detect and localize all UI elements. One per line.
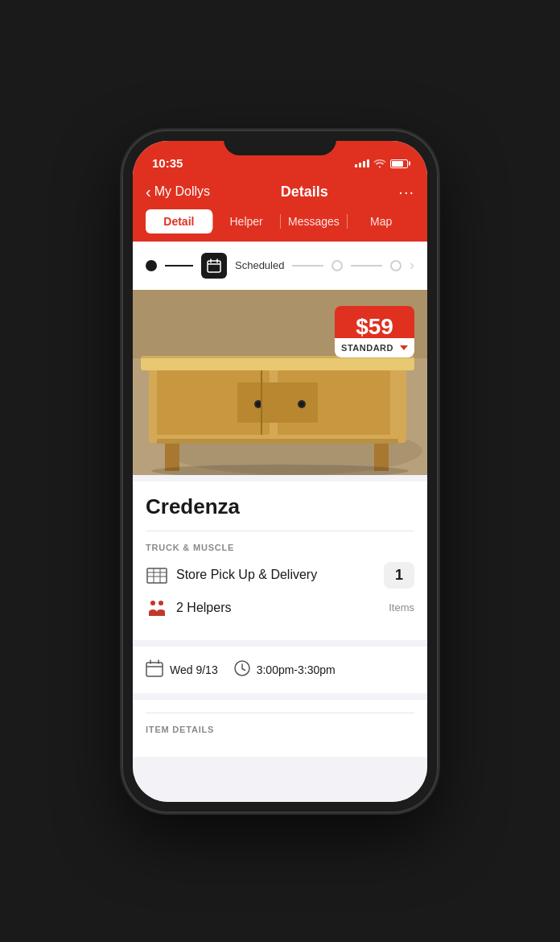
product-info-section: Credenza TRUCK & MUSCLE Store Pick Up & <box>133 481 427 640</box>
progress-step-4 <box>390 260 401 271</box>
progress-line-1 <box>165 265 193 266</box>
svg-point-11 <box>299 402 304 407</box>
datetime-section: Wed 9/13 3:00pm-3:30pm <box>133 647 427 693</box>
clock-icon <box>234 660 250 680</box>
divider-1 <box>146 531 414 531</box>
header: ‹ My Dollys Details ··· Detail Helper Me… <box>133 176 427 242</box>
main-content: Scheduled › <box>133 242 427 802</box>
count-col: 1 <box>384 562 414 589</box>
progress-line-3 <box>351 265 382 266</box>
price-label-section: STANDARD <box>335 338 414 357</box>
phone-frame: 10:35 <box>123 131 437 812</box>
tab-messages[interactable]: Messages <box>281 209 348 233</box>
helpers-label: 2 Helpers <box>176 601 381 615</box>
helpers-row: 2 Helpers Items <box>146 597 414 619</box>
tab-map[interactable]: Map <box>348 209 414 233</box>
item-details-section: ITEM DETAILS <box>133 700 427 757</box>
date-text: Wed 9/13 <box>170 663 218 676</box>
service-section-label: TRUCK & MUSCLE <box>146 543 414 552</box>
progress-calendar-icon <box>201 253 227 279</box>
svg-rect-18 <box>147 568 167 583</box>
price-tier: STANDARD <box>341 343 393 353</box>
more-button[interactable]: ··· <box>398 183 414 201</box>
time-item: 3:00pm-3:30pm <box>234 660 336 680</box>
back-button[interactable]: ‹ My Dollys <box>146 184 210 200</box>
svg-rect-15 <box>157 439 398 444</box>
furniture-image: $59 STANDARD <box>133 290 427 475</box>
status-icons <box>355 158 408 170</box>
svg-point-9 <box>256 402 261 407</box>
items-label: Items <box>389 601 414 614</box>
battery-icon <box>390 159 408 168</box>
product-title: Credenza <box>146 494 414 519</box>
back-label: My Dollys <box>154 184 210 199</box>
tab-detail[interactable]: Detail <box>146 209 212 233</box>
calendar-icon <box>146 659 163 680</box>
header-nav: ‹ My Dollys Details ··· <box>146 183 414 201</box>
progress-step-1 <box>146 260 157 271</box>
item-details-label: ITEM DETAILS <box>146 725 414 734</box>
signal-icon <box>355 159 369 167</box>
svg-rect-7 <box>237 382 318 423</box>
svg-rect-25 <box>146 663 163 676</box>
price-badge: $59 STANDARD <box>335 306 414 357</box>
tabs-bar: Detail Helper Messages Map <box>146 209 414 233</box>
pickup-label: Store Pick Up & Delivery <box>176 568 376 582</box>
status-time: 10:35 <box>152 156 183 170</box>
progress-step-3 <box>331 260 343 271</box>
page-title: Details <box>281 184 328 200</box>
store-icon <box>146 564 168 586</box>
price-amount: $59 <box>348 314 401 340</box>
time-text: 3:00pm-3:30pm <box>257 663 336 676</box>
divider-2 <box>146 713 414 713</box>
item-count: 1 <box>384 562 414 589</box>
phone-screen: 10:35 <box>133 141 427 802</box>
progress-line-2 <box>292 265 323 266</box>
back-chevron-icon: ‹ <box>146 184 151 200</box>
notch <box>224 131 336 155</box>
progress-arrow-icon: › <box>410 257 414 274</box>
tab-helper[interactable]: Helper <box>213 209 280 233</box>
date-item: Wed 9/13 <box>146 659 218 680</box>
price-tier-arrow-icon <box>400 345 408 350</box>
svg-point-23 <box>150 601 155 605</box>
wifi-icon <box>373 158 386 170</box>
svg-rect-13 <box>165 443 179 471</box>
helpers-icon <box>146 597 168 619</box>
progress-section: Scheduled › <box>133 242 427 290</box>
svg-point-24 <box>159 601 163 605</box>
progress-step-label: Scheduled <box>235 259 284 271</box>
pickup-row: Store Pick Up & Delivery 1 <box>146 562 414 589</box>
svg-rect-0 <box>208 261 220 272</box>
